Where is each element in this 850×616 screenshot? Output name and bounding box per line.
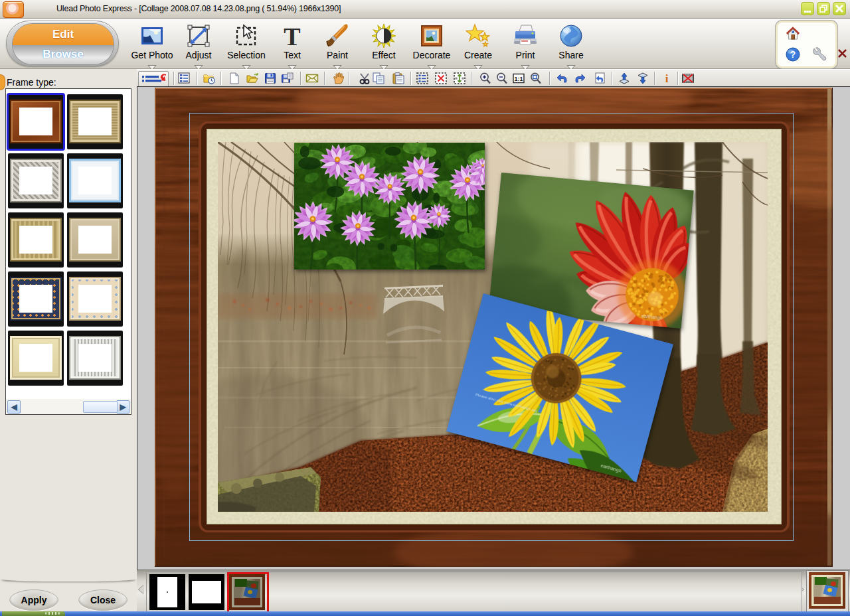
svg-text:i: i — [665, 72, 669, 85]
svg-text:?: ? — [790, 49, 796, 60]
svg-text:1:1: 1:1 — [514, 76, 523, 82]
svg-text:T: T — [284, 23, 300, 48]
